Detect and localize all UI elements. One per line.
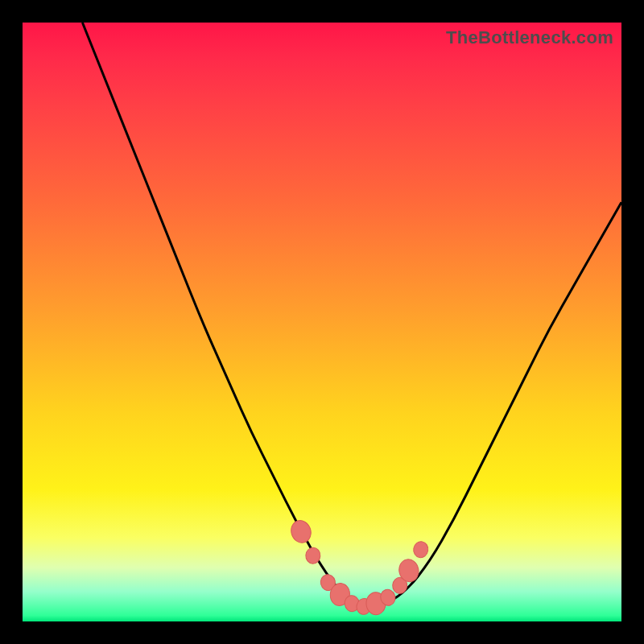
highlight-marker [412,540,429,559]
highlight-marker [288,518,314,546]
chart-frame: TheBottleneck.com [0,0,644,644]
highlight-marker [305,547,320,564]
chart-svg [23,23,621,621]
bottleneck-curve [82,23,621,609]
plot-area: TheBottleneck.com [23,23,621,621]
